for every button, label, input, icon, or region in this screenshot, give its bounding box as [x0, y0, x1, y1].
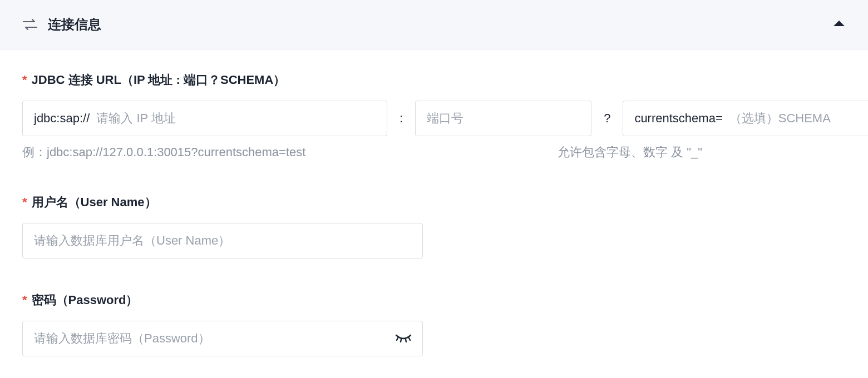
ip-input-group[interactable]: jdbc:sap://: [22, 101, 387, 136]
form-content: * JDBC 连接 URL（IP 地址 : 端口？SCHEMA） jdbc:sa…: [0, 49, 868, 367]
port-input-group[interactable]: [415, 101, 591, 136]
username-label-text: 用户名（User Name）: [32, 194, 157, 211]
svg-line-0: [397, 338, 398, 340]
required-marker: *: [22, 293, 27, 307]
panel-header-left: 连接信息: [22, 16, 101, 33]
swap-icon: [22, 18, 38, 31]
username-input[interactable]: [22, 223, 423, 258]
required-marker: *: [22, 73, 27, 87]
schema-helper-text: 允许包含字母、数字 及 "_": [558, 145, 702, 159]
jdbc-example-text: 例：jdbc:sap://127.0.0.1:30015?currentsche…: [22, 145, 305, 159]
svg-line-3: [409, 338, 410, 340]
jdbc-helper-row: 例：jdbc:sap://127.0.0.1:30015?currentsche…: [22, 144, 846, 161]
svg-line-1: [401, 340, 401, 342]
question-separator: ?: [603, 111, 611, 126]
password-input-wrap: [22, 321, 423, 356]
collapse-up-icon[interactable]: [832, 19, 846, 29]
username-label: * 用户名（User Name）: [22, 194, 846, 211]
password-input[interactable]: [22, 321, 423, 356]
schema-prefix: currentschema=: [634, 111, 722, 126]
jdbc-label: * JDBC 连接 URL（IP 地址 : 端口？SCHEMA）: [22, 72, 846, 88]
schema-input-group[interactable]: currentschema=: [623, 101, 868, 136]
jdbc-label-text: JDBC 连接 URL（IP 地址 : 端口？SCHEMA）: [32, 72, 286, 88]
schema-input[interactable]: [729, 111, 868, 126]
ip-prefix: jdbc:sap://: [34, 111, 90, 126]
password-label-text: 密码（Password）: [32, 292, 139, 309]
jdbc-example-wrap: 例：jdbc:sap://127.0.0.1:30015?currentsche…: [22, 144, 558, 161]
jdbc-input-row: jdbc:sap:// : ? currentschema=: [22, 101, 846, 136]
eye-closed-icon[interactable]: [395, 334, 412, 343]
username-input-wrap: [22, 223, 423, 258]
required-marker: *: [22, 195, 27, 210]
password-section: * 密码（Password）: [22, 292, 846, 356]
schema-helper-wrap: 允许包含字母、数字 及 "_": [558, 144, 702, 161]
panel-title: 连接信息: [48, 16, 101, 33]
port-input[interactable]: [427, 111, 580, 126]
username-section: * 用户名（User Name）: [22, 194, 846, 258]
svg-line-2: [406, 340, 406, 342]
password-label: * 密码（Password）: [22, 292, 846, 309]
panel-header[interactable]: 连接信息: [0, 0, 868, 49]
jdbc-section: * JDBC 连接 URL（IP 地址 : 端口？SCHEMA） jdbc:sa…: [22, 72, 846, 161]
ip-input[interactable]: [96, 111, 376, 126]
colon-separator: :: [398, 111, 404, 126]
